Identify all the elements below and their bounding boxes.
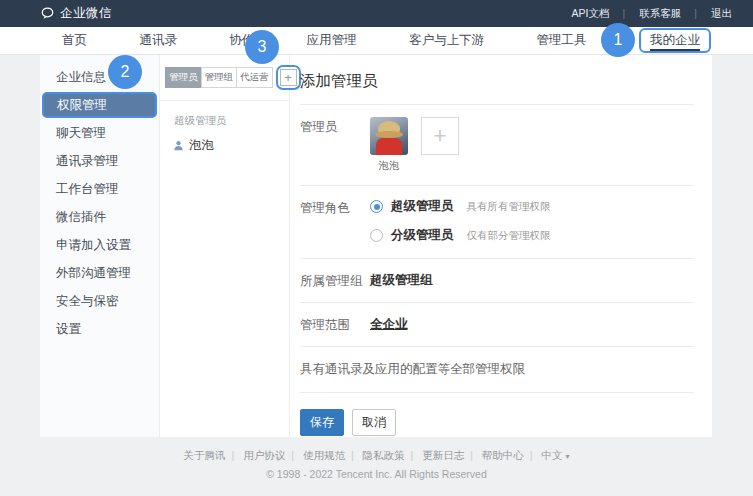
sidebar-item-workbench-management[interactable]: 工作台管理 bbox=[40, 175, 159, 203]
footer-links: 关于腾讯 用户协议 使用规范 隐私政策 更新日志 帮助中心 中文 ▾ bbox=[0, 449, 753, 463]
save-button[interactable]: 保存 bbox=[300, 409, 344, 436]
nav-item-my-enterprise-label: 我的企业 bbox=[650, 33, 700, 51]
admin-field-row: 管理员 泡泡 + bbox=[300, 105, 694, 186]
scope-field-label: 管理范围 bbox=[300, 315, 370, 334]
role-field-row: 管理角色 超级管理员 具有所有管理权限 分级管理员 仅有部分管理权限 bbox=[300, 186, 694, 259]
footer-link-user-agreement[interactable]: 用户协议 bbox=[243, 449, 300, 461]
page-footer: 关于腾讯 用户协议 使用规范 隐私政策 更新日志 帮助中心 中文 ▾ © 199… bbox=[0, 449, 753, 480]
group-field-label: 所属管理组 bbox=[300, 271, 370, 290]
radio-selected-icon[interactable] bbox=[370, 200, 383, 213]
footer-link-usage-rules[interactable]: 使用规范 bbox=[303, 449, 360, 461]
role-super-admin-name[interactable]: 超级管理员 bbox=[391, 198, 454, 215]
scope-field-value[interactable]: 全企业 bbox=[370, 315, 408, 334]
footer-link-about-tencent[interactable]: 关于腾讯 bbox=[184, 449, 241, 461]
content-card: 企业信息 权限管理 聊天管理 通讯录管理 工作台管理 微信插件 申请加入设置 外… bbox=[40, 55, 712, 437]
topbar-links: API文档 联系客服 退出 bbox=[565, 7, 739, 21]
admin-tabs: 管理员 管理组 代运营 + bbox=[160, 65, 289, 90]
main-navigation: 首页 通讯录 协作 应用管理 客户与上下游 管理工具 我的企业 bbox=[0, 27, 753, 55]
footer-link-privacy-policy[interactable]: 隐私政策 bbox=[363, 449, 420, 461]
page-title: 添加管理员 bbox=[300, 69, 694, 105]
scope-field-row: 管理范围 全企业 bbox=[300, 303, 694, 347]
avatar-body-shape bbox=[376, 138, 402, 155]
group-field-row: 所属管理组 超级管理组 bbox=[300, 259, 694, 303]
admin-member-row[interactable]: 泡泡 bbox=[160, 128, 289, 154]
sidebar-item-join-settings[interactable]: 申请加入设置 bbox=[40, 231, 159, 259]
top-header-bar: 企业微信 API文档 联系客服 退出 bbox=[0, 0, 753, 27]
role-sub-admin-desc: 仅有部分管理权限 bbox=[467, 229, 551, 243]
add-member-button[interactable]: + bbox=[421, 117, 459, 155]
selected-admin-avatar[interactable] bbox=[370, 117, 408, 155]
permission-note: 具有通讯录及应用的配置等全部管理权限 bbox=[300, 347, 694, 393]
language-selector[interactable]: 中文 ▾ bbox=[542, 449, 570, 461]
role-option-super-admin[interactable]: 超级管理员 具有所有管理权限 bbox=[370, 198, 551, 215]
wechat-work-logo-icon bbox=[40, 6, 55, 21]
nav-item-contacts[interactable]: 通讯录 bbox=[139, 32, 177, 49]
step-badge-3: 3 bbox=[245, 30, 279, 64]
sidebar-item-wechat-plugin[interactable]: 微信插件 bbox=[40, 203, 159, 231]
tab-agent-operation[interactable]: 代运营 bbox=[236, 67, 273, 88]
sidebar-item-chat-management[interactable]: 聊天管理 bbox=[40, 119, 159, 147]
nav-item-app-management[interactable]: 应用管理 bbox=[307, 32, 357, 49]
admin-field-label: 管理员 bbox=[300, 117, 370, 173]
group-field-value: 超级管理组 bbox=[370, 271, 433, 290]
role-option-sub-admin[interactable]: 分级管理员 仅有部分管理权限 bbox=[370, 227, 551, 244]
nav-item-admin-tools[interactable]: 管理工具 bbox=[537, 32, 587, 49]
tab-administrators[interactable]: 管理员 bbox=[165, 67, 202, 88]
radio-unselected-icon[interactable] bbox=[370, 229, 383, 242]
admin-member-name: 泡泡 bbox=[189, 137, 214, 154]
language-label: 中文 bbox=[542, 449, 563, 461]
api-docs-link[interactable]: API文档 bbox=[565, 7, 633, 21]
selected-admin-name: 泡泡 bbox=[379, 159, 400, 173]
role-field-label: 管理角色 bbox=[300, 198, 370, 246]
sidebar-item-external-communication[interactable]: 外部沟通管理 bbox=[40, 259, 159, 287]
admin-group-name: 超级管理员 bbox=[160, 101, 289, 128]
logout-link[interactable]: 退出 bbox=[704, 7, 739, 21]
footer-link-help-center[interactable]: 帮助中心 bbox=[482, 449, 539, 461]
copyright-text: © 1998 - 2022 Tencent Inc. All Rights Re… bbox=[0, 468, 753, 480]
person-icon bbox=[173, 140, 184, 151]
chevron-down-icon: ▾ bbox=[565, 452, 569, 461]
cancel-button[interactable]: 取消 bbox=[352, 409, 396, 436]
nav-item-my-enterprise[interactable]: 我的企业 bbox=[639, 28, 711, 53]
sidebar-item-permission-management[interactable]: 权限管理 bbox=[42, 92, 157, 118]
form-buttons: 保存 取消 bbox=[300, 393, 694, 452]
sidebar-item-contacts-management[interactable]: 通讯录管理 bbox=[40, 147, 159, 175]
app-logo[interactable]: 企业微信 bbox=[40, 5, 112, 22]
add-admin-form: 添加管理员 管理员 泡泡 + 管理角色 超级管 bbox=[290, 55, 712, 437]
nav-item-home[interactable]: 首页 bbox=[62, 32, 87, 49]
step-badge-1: 1 bbox=[601, 23, 635, 57]
role-sub-admin-name[interactable]: 分级管理员 bbox=[391, 227, 454, 244]
avatar-hat-brim-shape bbox=[375, 131, 403, 138]
sidebar-item-security[interactable]: 安全与保密 bbox=[40, 287, 159, 315]
step-badge-2: 2 bbox=[108, 55, 142, 89]
admin-list-panel: 管理员 管理组 代运营 + 超级管理员 泡泡 bbox=[160, 55, 290, 437]
nav-item-customers[interactable]: 客户与上下游 bbox=[409, 32, 484, 49]
tab-admin-groups[interactable]: 管理组 bbox=[201, 67, 238, 88]
sidebar-item-settings[interactable]: 设置 bbox=[40, 315, 159, 343]
settings-sidebar: 企业信息 权限管理 聊天管理 通讯录管理 工作台管理 微信插件 申请加入设置 外… bbox=[40, 55, 160, 437]
footer-link-changelog[interactable]: 更新日志 bbox=[422, 449, 479, 461]
role-super-admin-desc: 具有所有管理权限 bbox=[467, 200, 551, 214]
app-logo-text: 企业微信 bbox=[60, 5, 112, 22]
contact-support-link[interactable]: 联系客服 bbox=[632, 7, 704, 21]
